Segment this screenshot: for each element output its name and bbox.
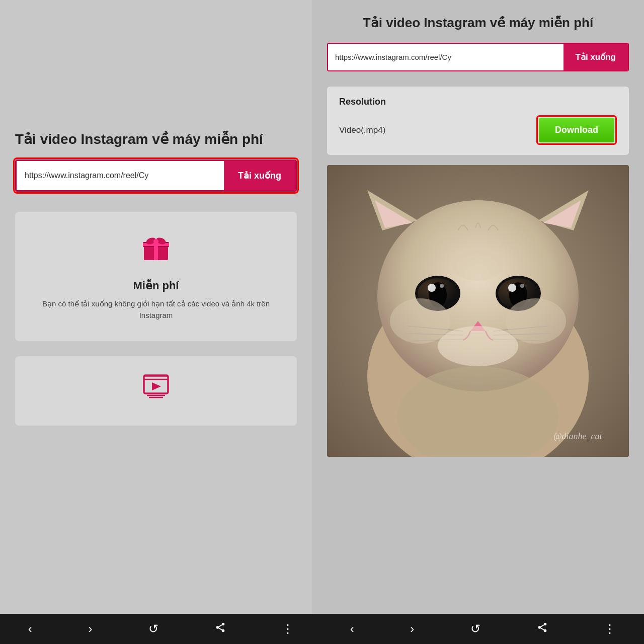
right-url-form: Tải xuống — [327, 43, 629, 71]
resolution-row: Video(.mp4) Download — [339, 115, 617, 145]
resolution-label: Video(.mp4) — [339, 125, 385, 135]
svg-point-30 — [453, 251, 503, 281]
left-tai-xuong-button[interactable]: Tải xuống — [224, 161, 295, 190]
svg-point-48 — [543, 623, 546, 626]
svg-line-52 — [540, 625, 543, 627]
right-page-title: Tải video Instagram về máy miễn phí — [327, 15, 629, 31]
left-page-title: Tải video Instagram về máy miễn phí — [15, 131, 297, 147]
resolution-section: Resolution Video(.mp4) Download — [327, 87, 629, 155]
svg-point-6 — [153, 239, 158, 244]
feature-card-free: Miễn phí Bạn có thể tải xuống không giới… — [15, 212, 297, 341]
svg-point-24 — [440, 284, 444, 288]
svg-point-49 — [538, 626, 541, 629]
download-btn-wrapper: Download — [536, 115, 617, 145]
svg-point-29 — [520, 284, 524, 288]
feature-card-video — [15, 356, 297, 426]
right-panel: Tải video Instagram về máy miễn phí Tải … — [312, 0, 644, 614]
svg-point-28 — [508, 284, 516, 292]
feature-free-desc: Bạn có thể tải xuống không giới hạn tất … — [30, 298, 282, 321]
nav-menu2-button[interactable]: ⋮ — [596, 618, 624, 640]
bottom-nav-bar: ‹ › ↺ ⋮ ‹ › ↺ ⋮ — [0, 614, 644, 644]
cat-image: @dianhe_cat — [327, 165, 629, 457]
nav-back2-button[interactable]: ‹ — [342, 618, 362, 640]
svg-text:@dianhe_cat: @dianhe_cat — [553, 431, 603, 441]
right-tai-xuong-button[interactable]: Tải xuống — [564, 44, 628, 70]
right-url-input[interactable] — [328, 44, 564, 70]
svg-line-46 — [218, 628, 221, 630]
video-icon — [30, 371, 282, 406]
nav-menu-button[interactable]: ⋮ — [274, 618, 302, 640]
svg-point-40 — [506, 298, 566, 344]
svg-point-23 — [428, 284, 436, 292]
svg-point-50 — [543, 629, 546, 632]
left-url-form: Tải xuống — [15, 159, 297, 192]
nav-forward-button[interactable]: › — [80, 618, 100, 640]
gift-icon — [30, 232, 282, 271]
download-button[interactable]: Download — [539, 118, 614, 142]
resolution-title: Resolution — [339, 97, 617, 107]
nav-back-button[interactable]: ‹ — [20, 618, 40, 640]
nav-share2-button[interactable] — [529, 618, 556, 640]
left-panel: Tải video Instagram về máy miễn phí Tải … — [0, 0, 312, 614]
svg-point-39 — [390, 298, 450, 344]
svg-line-47 — [218, 625, 221, 627]
nav-refresh-button[interactable]: ↺ — [140, 618, 167, 640]
nav-share-button[interactable] — [207, 618, 234, 640]
cat-image-container: @dianhe_cat — [327, 165, 629, 457]
svg-line-51 — [540, 628, 543, 630]
nav-refresh2-button[interactable]: ↺ — [462, 618, 489, 640]
svg-marker-10 — [152, 382, 161, 390]
svg-point-38 — [438, 326, 518, 366]
svg-point-44 — [216, 626, 219, 629]
svg-point-45 — [221, 629, 224, 632]
svg-point-43 — [221, 623, 224, 626]
left-url-input[interactable] — [17, 161, 224, 190]
feature-free-title: Miễn phí — [30, 279, 282, 292]
nav-forward2-button[interactable]: › — [402, 618, 422, 640]
